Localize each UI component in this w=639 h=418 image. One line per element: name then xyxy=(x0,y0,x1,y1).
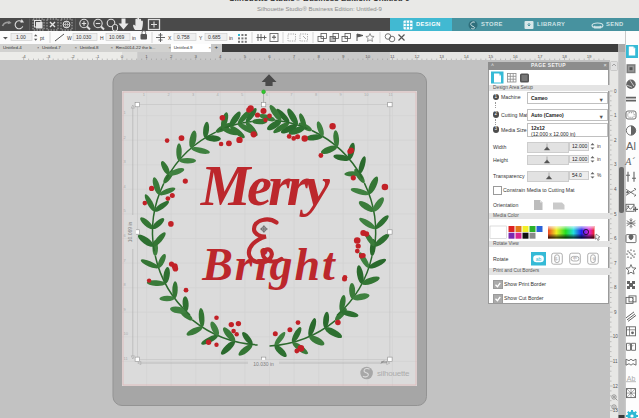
svg-text:A´: A´ xyxy=(624,156,635,167)
svg-text:Al: Al xyxy=(626,140,636,152)
svg-text:Ab: Ab xyxy=(627,375,636,382)
